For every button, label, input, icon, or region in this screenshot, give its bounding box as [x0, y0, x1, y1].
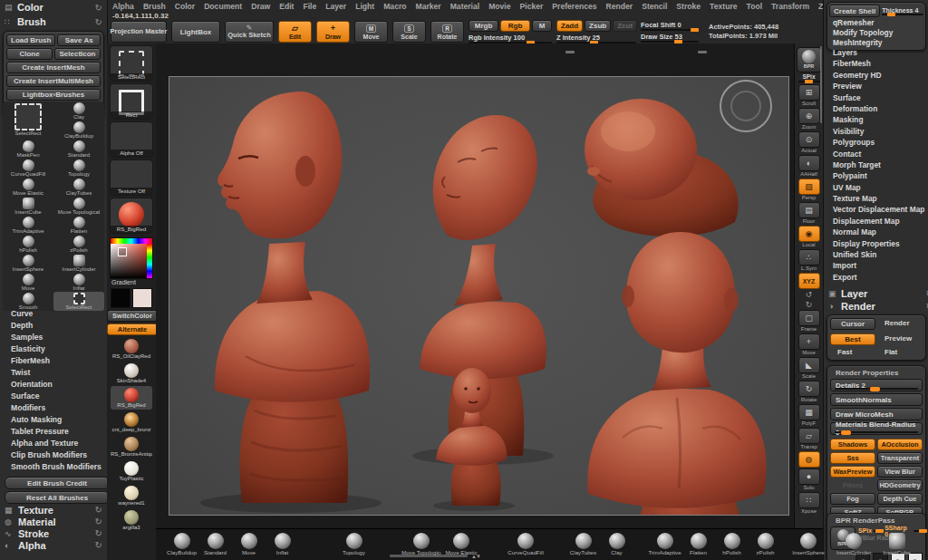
- tool-section[interactable]: Surface: [824, 92, 928, 103]
- brush-grid-item[interactable]: TrimAdaptive: [3, 216, 53, 235]
- palette-row[interactable]: ◐ Alpha ↻: [0, 539, 107, 551]
- tool-section[interactable]: FiberMesh: [824, 58, 928, 69]
- refresh-icon[interactable]: ↻: [95, 17, 102, 27]
- edit-button[interactable]: ▱ Edit: [278, 21, 312, 43]
- shelf-brush[interactable]: TrimAdaptive: [648, 533, 682, 556]
- render-button[interactable]: Render: [877, 318, 923, 328]
- secondary-color-swatch[interactable]: [132, 288, 152, 308]
- z-intensity-slider[interactable]: Z Intensity 25: [556, 34, 636, 43]
- menu-item[interactable]: Marker: [416, 2, 441, 11]
- brush-panel-button[interactable]: Create InsertMesh: [6, 62, 101, 73]
- shelf-brush[interactable]: InsertSphere: [789, 533, 827, 556]
- brush-section[interactable]: Twist: [0, 367, 107, 379]
- shelf-xyz-button[interactable]: XYZ: [797, 273, 822, 289]
- menu-item[interactable]: Brush: [143, 2, 166, 11]
- brush-grid-item[interactable]: Topology: [53, 159, 104, 178]
- menu-item[interactable]: Movie: [488, 2, 510, 11]
- brush-section[interactable]: Tablet Pressure: [0, 426, 107, 438]
- shelf-brush[interactable]: ClayBuildup: [165, 533, 198, 556]
- tool-section[interactable]: Unified Skin: [824, 249, 928, 260]
- tool-section[interactable]: Layers: [824, 47, 928, 58]
- refresh-icon[interactable]: ↻: [95, 540, 102, 550]
- flat-render-button[interactable]: Flat: [877, 347, 923, 357]
- brush-panel-button[interactable]: Save As: [57, 34, 101, 46]
- brush-grid-item[interactable]: InsertCylinder: [53, 254, 104, 273]
- smooth-normals-button[interactable]: SmoothNormals: [830, 393, 923, 406]
- brush-grid-item[interactable]: Move Elastic: [3, 178, 53, 197]
- best-render-button[interactable]: Best: [830, 333, 875, 345]
- menu-item[interactable]: Draw: [251, 2, 270, 11]
- canvas-vertical-scrollbar[interactable]: [820, 46, 822, 123]
- menu-item[interactable]: File: [303, 2, 316, 11]
- draw-size-slider[interactable]: Draw Size 53: [641, 33, 699, 43]
- color-palette-header[interactable]: ▤ Color ↻: [0, 0, 107, 14]
- brush-section[interactable]: Curve: [0, 308, 107, 320]
- material-item[interactable]: SkinShade4: [111, 362, 152, 385]
- shelf-scale-button[interactable]: ◣ Scale: [797, 357, 822, 380]
- rotate-button[interactable]: R Rotate: [430, 21, 464, 43]
- shelf-zoom-button[interactable]: ⊕ Zoom: [797, 108, 822, 130]
- tool-section[interactable]: Morph Target: [824, 159, 928, 170]
- shelf-solo-button[interactable]: ● Solo: [797, 468, 822, 491]
- render-toggle[interactable]: Depth Cue: [877, 493, 923, 505]
- menu-item[interactable]: Edit: [279, 2, 294, 11]
- brush-grid-item[interactable]: Inflat: [53, 273, 104, 292]
- menu-item[interactable]: Color: [175, 2, 195, 11]
- brush-grid-item[interactable]: Move: [3, 273, 53, 292]
- thickness-slider[interactable]: Thickness 4: [882, 7, 923, 15]
- shelf-local-button[interactable]: ◉ Local: [797, 226, 822, 248]
- menu-item[interactable]: Material: [450, 2, 479, 11]
- cursor-button[interactable]: Cursor: [830, 318, 875, 330]
- material-item[interactable]: RS_BronzeAntiqu: [111, 435, 152, 459]
- main-color-swatch[interactable]: [111, 288, 130, 308]
- material-item[interactable]: ToyPlastic: [111, 459, 152, 483]
- tool-section[interactable]: Masking: [824, 114, 928, 125]
- shelf-brush[interactable]: Standard: [198, 533, 232, 556]
- tool-section[interactable]: Contact: [824, 149, 928, 159]
- shelf-brush[interactable]: Inflat: [266, 533, 299, 556]
- current-material-slot[interactable]: RS_BigRed: [110, 198, 153, 234]
- menu-item[interactable]: Stroke: [676, 2, 701, 11]
- brush-section[interactable]: Samples: [0, 332, 107, 343]
- tool-section[interactable]: Normal Map: [824, 227, 928, 237]
- material-item[interactable]: RS_OilClayRed: [111, 337, 152, 361]
- switch-color-button[interactable]: SwitchColor: [107, 310, 158, 322]
- tool-section[interactable]: Import: [824, 260, 928, 271]
- shelf-floor-button[interactable]: ▤ Floor: [797, 202, 822, 225]
- color-picker[interactable]: [110, 237, 153, 279]
- shelf-brush[interactable]: ClayTubes: [566, 533, 600, 556]
- tool-section[interactable]: Geometry HD: [824, 70, 928, 81]
- refresh-icon[interactable]: ↻: [95, 3, 102, 13]
- shelf-frame-button[interactable]: ▢ Frame: [797, 310, 822, 333]
- shelf-spin-cw-button[interactable]: ↻: [797, 300, 822, 309]
- refresh-icon[interactable]: ↻: [95, 528, 102, 538]
- m-button[interactable]: M: [532, 20, 552, 32]
- brush-section[interactable]: Modifiers: [0, 402, 107, 414]
- tool-section[interactable]: Vector Displacement Map: [824, 204, 928, 215]
- brush-palette-header[interactable]: ∷ Brush ↻: [0, 14, 107, 29]
- tool-section[interactable]: Export: [824, 272, 928, 283]
- spix-slider[interactable]: SPix: [798, 73, 821, 82]
- shelf-brush[interactable]: Flatten: [682, 533, 715, 556]
- brush-section[interactable]: Depth: [0, 320, 107, 332]
- render-toggle[interactable]: Transparent: [877, 452, 923, 464]
- brush-grid-item[interactable]: CurveQuadFill: [3, 159, 53, 178]
- menu-item[interactable]: Picker: [520, 2, 544, 11]
- brush-section[interactable]: Surface: [0, 391, 107, 402]
- current-brush-slot[interactable]: SelectRect: [110, 45, 153, 82]
- menu-item[interactable]: Transform: [771, 2, 809, 11]
- reset-all-brushes-button[interactable]: Reset All Brushes: [5, 491, 110, 504]
- shelf-brush[interactable]: zPolish: [749, 533, 782, 556]
- render-toggle[interactable]: AOcclusion: [877, 439, 923, 450]
- brush-grid-item[interactable]: MaskPen: [3, 140, 53, 159]
- menu-item[interactable]: Render: [606, 2, 633, 11]
- shelf-persp-button[interactable]: ▨ Persp: [797, 179, 822, 201]
- brush-panel-button[interactable]: SelectIcon: [54, 48, 101, 60]
- tool-section[interactable]: Polygroups: [824, 137, 928, 148]
- draw-micromesh-button[interactable]: Draw MicroMesh: [830, 408, 923, 420]
- current-texture-slot[interactable]: Texture Off: [110, 159, 153, 196]
- brush-panel-button[interactable]: Load Brush: [6, 34, 55, 46]
- menu-item[interactable]: Tool: [747, 2, 763, 11]
- render-toggle[interactable]: WaxPreview: [830, 466, 875, 478]
- zsub-button[interactable]: Zsub: [585, 20, 611, 32]
